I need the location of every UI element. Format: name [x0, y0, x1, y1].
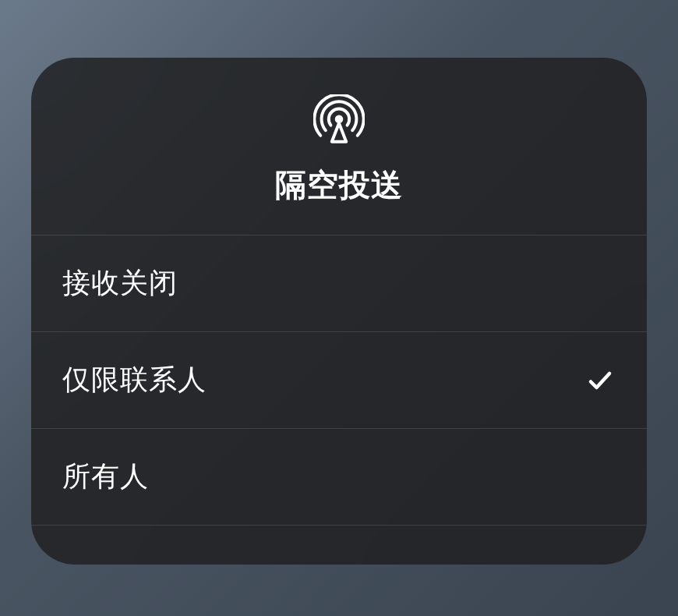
option-label: 接收关闭 [62, 264, 178, 303]
airdrop-settings-panel: 隔空投送 接收关闭 仅限联系人 所有人 [31, 58, 647, 565]
airdrop-icon [311, 92, 367, 148]
options-list: 接收关闭 仅限联系人 所有人 [31, 235, 647, 565]
panel-title: 隔空投送 [275, 164, 403, 207]
option-everyone[interactable]: 所有人 [31, 429, 647, 526]
option-contacts-only[interactable]: 仅限联系人 [31, 332, 647, 429]
option-label: 所有人 [62, 458, 149, 496]
option-receiving-off[interactable]: 接收关闭 [31, 235, 647, 332]
panel-header: 隔空投送 [31, 58, 647, 235]
option-label: 仅限联系人 [62, 361, 207, 399]
checkmark-icon [584, 365, 616, 396]
